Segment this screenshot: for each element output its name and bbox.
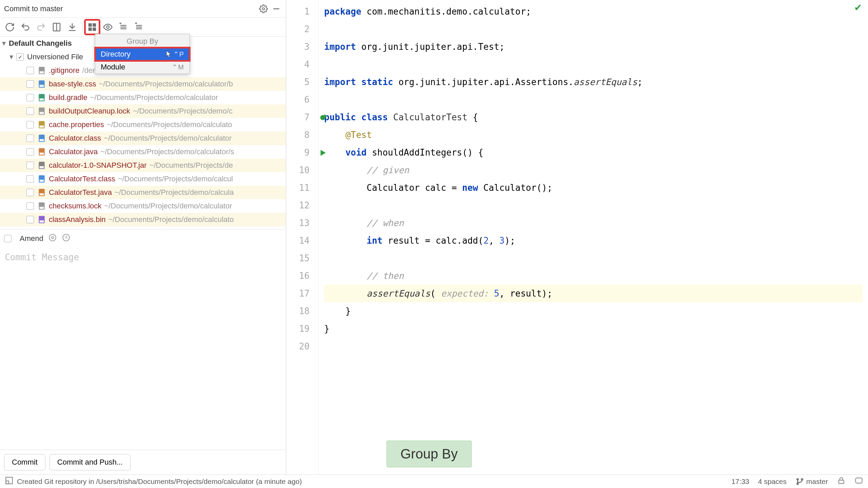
file-icon — [37, 134, 46, 143]
amend-label: Amend — [20, 234, 43, 243]
file-icon — [37, 175, 46, 183]
file-row[interactable]: calculator-1.0-SNAPSHOT.jar~/Documents/P… — [0, 159, 286, 172]
checkbox[interactable] — [26, 162, 34, 169]
file-path: ~/Documents/Projects/demo/calculato — [107, 120, 232, 129]
checkbox[interactable] — [26, 189, 34, 196]
gutter-line-number: 13 — [288, 214, 316, 232]
chevron-down-icon[interactable]: ▾ — [9, 53, 16, 61]
editor-lines[interactable]: package com.mechanitis.demo.calculator;i… — [319, 0, 868, 474]
file-name: buildOutputCleanup.lock — [49, 107, 130, 116]
code-line[interactable]: // when — [324, 214, 863, 232]
code-line[interactable]: Calculator calc = new Calculator(); — [324, 179, 863, 197]
minimize-icon[interactable] — [271, 3, 282, 14]
tool-window-icon[interactable] — [5, 476, 14, 487]
checkbox[interactable] — [26, 121, 34, 128]
code-line[interactable]: @Test — [324, 126, 863, 144]
status-indent[interactable]: 4 spaces — [758, 477, 787, 486]
checkbox[interactable] — [26, 175, 34, 183]
file-row[interactable]: cache.properties~/Documents/Projects/dem… — [0, 118, 286, 131]
amend-checkbox[interactable] — [4, 235, 12, 242]
file-row[interactable]: checksums.lock~/Documents/Projects/demo/… — [0, 199, 286, 213]
code-line[interactable]: public class CalculatorTest { — [324, 108, 863, 126]
changelist-icon[interactable] — [65, 20, 79, 34]
history-icon[interactable] — [62, 233, 71, 244]
expand-all-icon[interactable] — [116, 20, 131, 34]
group-by-icon[interactable] — [85, 20, 99, 34]
gutter-line-number: 10 — [288, 161, 316, 179]
checkbox[interactable] — [26, 80, 34, 88]
gutter-line-number: 20 — [288, 338, 316, 355]
gutter-line-number: 11 — [288, 179, 316, 197]
file-name: classAnalysis.bin — [49, 215, 106, 224]
code-line[interactable] — [324, 197, 863, 214]
diff-icon[interactable] — [50, 20, 64, 34]
checkbox[interactable] — [26, 216, 34, 223]
git-branch[interactable]: master — [795, 477, 828, 486]
gutter-line-number: 17 — [288, 285, 316, 302]
file-icon — [37, 120, 46, 129]
file-name: build.gradle — [49, 93, 87, 102]
code-line[interactable]: import static org.junit.jupiter.api.Asse… — [324, 73, 863, 91]
cursor-icon — [165, 50, 173, 58]
svg-rect-25 — [40, 125, 44, 128]
view-options-icon[interactable] — [101, 20, 115, 34]
code-line[interactable] — [324, 20, 863, 38]
group-by-item-shortcut: ⌃P — [173, 50, 184, 58]
gutter-line-number: 12 — [288, 197, 316, 214]
gear-icon[interactable] — [48, 233, 57, 244]
checkbox[interactable] — [26, 94, 34, 101]
commit-and-push-button[interactable]: Commit and Push... — [50, 454, 131, 470]
code-line[interactable]: } — [324, 302, 863, 320]
checkbox[interactable] — [26, 107, 34, 115]
code-editor[interactable]: ✔ 1234567891011121314151617181920 packag… — [286, 0, 868, 474]
commit-message-input[interactable]: Commit Message — [0, 247, 286, 450]
code-line[interactable]: package com.mechanitis.demo.calculator; — [324, 3, 863, 20]
file-row[interactable]: Calculator.class~/Documents/Projects/dem… — [0, 131, 286, 145]
refresh-icon[interactable] — [3, 20, 17, 34]
lock-icon[interactable] — [837, 476, 846, 487]
code-line[interactable]: assertEquals( expected: 5, result); — [324, 285, 863, 302]
checkbox[interactable] — [26, 67, 34, 74]
checkbox[interactable] — [26, 135, 34, 142]
svg-rect-5 — [88, 23, 92, 26]
file-row[interactable]: CalculatorTest.java~/Documents/Projects/… — [0, 186, 286, 199]
checkbox[interactable] — [16, 53, 24, 61]
gutter-line-number: 16 — [288, 267, 316, 285]
checkbox[interactable] — [26, 148, 34, 156]
chevron-down-icon[interactable]: ▾ — [2, 39, 9, 48]
code-line[interactable] — [324, 91, 863, 108]
code-line[interactable]: import org.junit.jupiter.api.Test; — [324, 38, 863, 56]
inspector-icon[interactable] — [854, 476, 863, 487]
file-icon — [37, 215, 46, 224]
vcs-marker-icon[interactable] — [318, 113, 327, 124]
file-row[interactable]: classAnalysis.bin~/Documents/Projects/de… — [0, 213, 286, 226]
svg-rect-21 — [40, 98, 44, 101]
code-line[interactable]: // then — [324, 267, 863, 285]
analysis-ok-icon[interactable]: ✔ — [854, 2, 862, 13]
commit-button[interactable]: Commit — [4, 454, 45, 470]
code-line[interactable]: int result = calc.add(2, 3); — [324, 232, 863, 249]
code-line[interactable]: } — [324, 320, 863, 338]
run-test-icon[interactable] — [318, 148, 327, 159]
code-line[interactable] — [324, 338, 863, 355]
commit-message-placeholder: Commit Message — [5, 252, 79, 262]
file-row[interactable]: Calculator.java~/Documents/Projects/demo… — [0, 145, 286, 159]
file-row[interactable]: buildOutputCleanup.lock~/Documents/Proje… — [0, 104, 286, 118]
gutter-line-number: 9 — [288, 144, 316, 161]
gear-icon[interactable] — [258, 3, 269, 14]
rollback-icon[interactable] — [18, 20, 33, 34]
code-line[interactable]: void shouldAddIntegers() { — [324, 144, 863, 161]
collapse-all-icon[interactable] — [132, 20, 146, 34]
file-row[interactable]: CalculatorTest.class~/Documents/Projects… — [0, 172, 286, 186]
group-by-module-item[interactable]: Module ⌃M — [95, 61, 190, 74]
file-row[interactable]: com.mechanitis.demo.calculator.Calculato… — [0, 226, 286, 229]
code-line[interactable]: // given — [324, 161, 863, 179]
group-by-directory-item[interactable]: Directory ⌃P — [95, 48, 190, 61]
revert-icon[interactable] — [34, 20, 48, 34]
file-row[interactable]: build.gradle~/Documents/Projects/demo/ca… — [0, 91, 286, 104]
checkbox[interactable] — [26, 202, 34, 210]
file-row[interactable]: base-style.css~/Documents/Projects/demo/… — [0, 77, 286, 91]
code-line[interactable] — [324, 56, 863, 73]
code-line[interactable] — [324, 249, 863, 267]
panel-header: Commit to master — [0, 0, 286, 18]
